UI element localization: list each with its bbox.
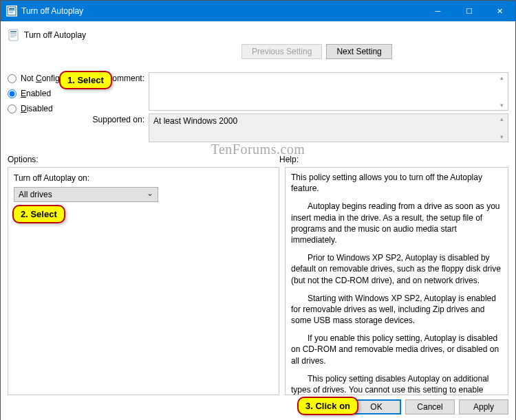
radio-disabled-input[interactable] bbox=[8, 104, 17, 113]
minimize-button[interactable]: ─ bbox=[422, 1, 453, 21]
help-text: This policy setting allows you to turn o… bbox=[291, 172, 502, 194]
policy-doc-icon bbox=[8, 29, 20, 41]
comment-textarea[interactable]: ▴▾ bbox=[149, 72, 508, 111]
radio-enabled-label: Enabled bbox=[21, 89, 51, 98]
options-pane: Turn off Autoplay on: All drives bbox=[8, 167, 279, 395]
policy-icon bbox=[6, 5, 17, 16]
help-label: Help: bbox=[279, 155, 299, 164]
cancel-button[interactable]: Cancel bbox=[405, 399, 455, 415]
previous-setting-button[interactable]: Previous Setting bbox=[241, 44, 322, 59]
radio-disabled-label: Disabled bbox=[21, 104, 53, 113]
scrollbar-icon: ▴▾ bbox=[497, 115, 506, 140]
supported-on-box: At least Windows 2000 ▴▾ bbox=[149, 113, 508, 142]
titlebar: Turn off Autoplay ─ ☐ ✕ bbox=[1, 1, 515, 21]
svg-rect-6 bbox=[10, 33, 17, 34]
radio-enabled[interactable]: Enabled bbox=[8, 89, 90, 98]
svg-rect-7 bbox=[10, 35, 17, 36]
callout-2: 2. Select bbox=[12, 205, 65, 223]
help-text: Autoplay begins reading from a drive as … bbox=[291, 201, 502, 245]
close-button[interactable]: ✕ bbox=[484, 1, 515, 21]
apply-button[interactable]: Apply bbox=[459, 399, 508, 415]
maximize-button[interactable]: ☐ bbox=[453, 1, 484, 21]
svg-rect-1 bbox=[9, 8, 14, 10]
svg-rect-2 bbox=[9, 10, 14, 11]
help-text: Starting with Windows XP SP2, Autoplay i… bbox=[291, 293, 502, 327]
ok-button[interactable]: OK bbox=[352, 399, 401, 415]
radio-not-configured-input[interactable] bbox=[8, 74, 17, 83]
callout-3: 3. Click on bbox=[297, 397, 358, 415]
help-text: If you enable this policy setting, Autop… bbox=[291, 333, 502, 366]
page-title: Turn off Autoplay bbox=[24, 30, 86, 40]
help-text: This policy setting disables Autoplay on… bbox=[291, 373, 502, 395]
autoplay-target-dropdown[interactable]: All drives bbox=[14, 187, 158, 202]
supported-on-text: At least Windows 2000 bbox=[153, 116, 237, 126]
svg-rect-5 bbox=[10, 31, 17, 32]
supported-label: Supported on: bbox=[90, 113, 149, 124]
svg-rect-3 bbox=[9, 12, 13, 13]
radio-disabled[interactable]: Disabled bbox=[8, 104, 90, 113]
options-label: Options: bbox=[8, 155, 279, 164]
scrollbar-icon: ▴▾ bbox=[497, 74, 506, 109]
callout-1: 1. Select bbox=[59, 71, 112, 89]
help-pane: This policy setting allows you to turn o… bbox=[285, 167, 508, 395]
options-field-label: Turn off Autoplay on: bbox=[14, 173, 273, 183]
help-text: Prior to Windows XP SP2, Autoplay is dis… bbox=[291, 252, 502, 286]
next-setting-button[interactable]: Next Setting bbox=[326, 44, 391, 59]
window-title: Turn off Autoplay bbox=[21, 6, 83, 16]
radio-enabled-input[interactable] bbox=[8, 89, 17, 98]
svg-rect-8 bbox=[10, 36, 14, 37]
dropdown-value: All drives bbox=[19, 190, 52, 199]
